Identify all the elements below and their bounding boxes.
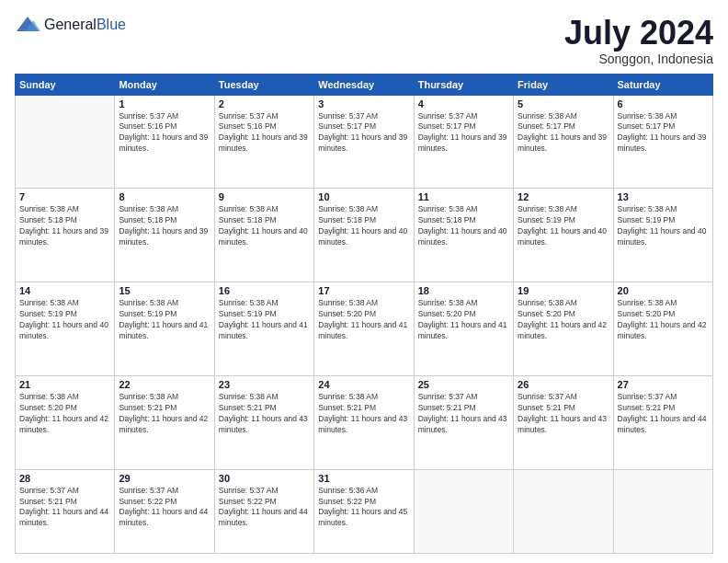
calendar-cell <box>16 95 115 189</box>
day-number: 25 <box>418 379 509 390</box>
day-number: 1 <box>119 98 210 109</box>
day-number: 23 <box>219 379 310 390</box>
header: GeneralBlue July 2024 Songgon, Indonesia <box>15 15 713 66</box>
calendar-cell: 30Sunrise: 5:37 AM Sunset: 5:22 PM Dayli… <box>214 469 313 553</box>
day-number: 18 <box>418 285 509 296</box>
calendar-cell: 24Sunrise: 5:38 AM Sunset: 5:21 PM Dayli… <box>314 375 414 469</box>
day-info: Sunrise: 5:36 AM Sunset: 5:22 PM Dayligh… <box>318 486 409 530</box>
day-number: 7 <box>19 191 110 202</box>
day-number: 21 <box>19 379 110 390</box>
calendar-week-4: 28Sunrise: 5:37 AM Sunset: 5:21 PM Dayli… <box>16 469 713 553</box>
day-number: 5 <box>518 98 609 109</box>
day-number: 12 <box>518 191 609 202</box>
header-friday: Friday <box>514 74 613 95</box>
header-wednesday: Wednesday <box>314 74 414 95</box>
day-number: 29 <box>119 473 210 484</box>
day-info: Sunrise: 5:38 AM Sunset: 5:18 PM Dayligh… <box>219 204 310 248</box>
day-number: 17 <box>318 285 409 296</box>
day-number: 26 <box>518 379 609 390</box>
calendar-cell: 21Sunrise: 5:38 AM Sunset: 5:20 PM Dayli… <box>16 375 115 469</box>
calendar-cell: 31Sunrise: 5:36 AM Sunset: 5:22 PM Dayli… <box>314 469 414 553</box>
day-number: 16 <box>219 285 310 296</box>
calendar: Sunday Monday Tuesday Wednesday Thursday… <box>15 74 713 554</box>
day-info: Sunrise: 5:38 AM Sunset: 5:21 PM Dayligh… <box>318 392 409 436</box>
day-number: 14 <box>19 285 110 296</box>
calendar-cell <box>514 469 613 553</box>
calendar-week-0: 1Sunrise: 5:37 AM Sunset: 5:16 PM Daylig… <box>16 95 713 189</box>
header-sunday: Sunday <box>16 74 115 95</box>
day-number: 13 <box>618 191 709 202</box>
day-info: Sunrise: 5:37 AM Sunset: 5:21 PM Dayligh… <box>618 392 709 436</box>
day-info: Sunrise: 5:38 AM Sunset: 5:19 PM Dayligh… <box>119 298 210 342</box>
calendar-cell: 14Sunrise: 5:38 AM Sunset: 5:19 PM Dayli… <box>16 282 115 376</box>
day-info: Sunrise: 5:37 AM Sunset: 5:21 PM Dayligh… <box>518 392 609 436</box>
day-number: 22 <box>119 379 210 390</box>
calendar-cell: 4Sunrise: 5:37 AM Sunset: 5:17 PM Daylig… <box>414 95 513 189</box>
calendar-cell: 13Sunrise: 5:38 AM Sunset: 5:19 PM Dayli… <box>613 189 712 282</box>
day-number: 3 <box>318 98 409 109</box>
calendar-week-2: 14Sunrise: 5:38 AM Sunset: 5:19 PM Dayli… <box>16 282 713 376</box>
calendar-week-3: 21Sunrise: 5:38 AM Sunset: 5:20 PM Dayli… <box>16 375 713 469</box>
calendar-cell: 15Sunrise: 5:38 AM Sunset: 5:19 PM Dayli… <box>115 282 214 376</box>
calendar-cell: 7Sunrise: 5:38 AM Sunset: 5:18 PM Daylig… <box>16 189 115 282</box>
calendar-cell: 26Sunrise: 5:37 AM Sunset: 5:21 PM Dayli… <box>514 375 613 469</box>
day-number: 9 <box>219 191 310 202</box>
day-number: 10 <box>318 191 409 202</box>
calendar-cell: 25Sunrise: 5:37 AM Sunset: 5:21 PM Dayli… <box>414 375 513 469</box>
location: Songgon, Indonesia <box>564 52 713 66</box>
calendar-cell: 3Sunrise: 5:37 AM Sunset: 5:17 PM Daylig… <box>314 95 414 189</box>
day-info: Sunrise: 5:37 AM Sunset: 5:17 PM Dayligh… <box>318 111 409 155</box>
calendar-cell: 6Sunrise: 5:38 AM Sunset: 5:17 PM Daylig… <box>613 95 712 189</box>
calendar-cell: 20Sunrise: 5:38 AM Sunset: 5:20 PM Dayli… <box>613 282 712 376</box>
calendar-cell: 16Sunrise: 5:38 AM Sunset: 5:19 PM Dayli… <box>214 282 313 376</box>
day-number: 30 <box>219 473 310 484</box>
calendar-cell: 11Sunrise: 5:38 AM Sunset: 5:18 PM Dayli… <box>414 189 513 282</box>
calendar-cell <box>414 469 513 553</box>
day-info: Sunrise: 5:38 AM Sunset: 5:18 PM Dayligh… <box>19 204 110 248</box>
day-info: Sunrise: 5:38 AM Sunset: 5:19 PM Dayligh… <box>219 298 310 342</box>
calendar-week-1: 7Sunrise: 5:38 AM Sunset: 5:18 PM Daylig… <box>16 189 713 282</box>
page: GeneralBlue July 2024 Songgon, Indonesia… <box>0 0 728 563</box>
logo-text: GeneralBlue <box>44 17 126 33</box>
day-info: Sunrise: 5:38 AM Sunset: 5:21 PM Dayligh… <box>219 392 310 436</box>
day-number: 6 <box>618 98 709 109</box>
day-info: Sunrise: 5:38 AM Sunset: 5:18 PM Dayligh… <box>418 204 509 248</box>
logo-icon <box>15 15 40 35</box>
calendar-cell: 8Sunrise: 5:38 AM Sunset: 5:18 PM Daylig… <box>115 189 214 282</box>
calendar-cell: 2Sunrise: 5:37 AM Sunset: 5:16 PM Daylig… <box>214 95 313 189</box>
header-monday: Monday <box>115 74 214 95</box>
calendar-cell <box>613 469 712 553</box>
calendar-cell: 28Sunrise: 5:37 AM Sunset: 5:21 PM Dayli… <box>16 469 115 553</box>
day-info: Sunrise: 5:38 AM Sunset: 5:18 PM Dayligh… <box>119 204 210 248</box>
calendar-cell: 23Sunrise: 5:38 AM Sunset: 5:21 PM Dayli… <box>214 375 313 469</box>
day-info: Sunrise: 5:37 AM Sunset: 5:16 PM Dayligh… <box>219 111 310 155</box>
calendar-cell: 5Sunrise: 5:38 AM Sunset: 5:17 PM Daylig… <box>514 95 613 189</box>
day-number: 15 <box>119 285 210 296</box>
day-number: 28 <box>19 473 110 484</box>
day-info: Sunrise: 5:37 AM Sunset: 5:21 PM Dayligh… <box>418 392 509 436</box>
day-number: 4 <box>418 98 509 109</box>
day-info: Sunrise: 5:38 AM Sunset: 5:19 PM Dayligh… <box>518 204 609 248</box>
day-number: 11 <box>418 191 509 202</box>
weekday-header-row: Sunday Monday Tuesday Wednesday Thursday… <box>16 74 713 95</box>
day-info: Sunrise: 5:38 AM Sunset: 5:20 PM Dayligh… <box>318 298 409 342</box>
calendar-cell: 19Sunrise: 5:38 AM Sunset: 5:20 PM Dayli… <box>514 282 613 376</box>
day-info: Sunrise: 5:38 AM Sunset: 5:18 PM Dayligh… <box>318 204 409 248</box>
day-info: Sunrise: 5:38 AM Sunset: 5:20 PM Dayligh… <box>618 298 709 342</box>
day-info: Sunrise: 5:38 AM Sunset: 5:17 PM Dayligh… <box>618 111 709 155</box>
day-number: 2 <box>219 98 310 109</box>
day-number: 24 <box>318 379 409 390</box>
day-info: Sunrise: 5:38 AM Sunset: 5:19 PM Dayligh… <box>618 204 709 248</box>
title-block: July 2024 Songgon, Indonesia <box>564 15 713 66</box>
day-number: 20 <box>618 285 709 296</box>
day-info: Sunrise: 5:37 AM Sunset: 5:22 PM Dayligh… <box>119 486 210 530</box>
day-info: Sunrise: 5:38 AM Sunset: 5:21 PM Dayligh… <box>119 392 210 436</box>
calendar-cell: 17Sunrise: 5:38 AM Sunset: 5:20 PM Dayli… <box>314 282 414 376</box>
logo-general: General <box>44 17 97 32</box>
calendar-cell: 12Sunrise: 5:38 AM Sunset: 5:19 PM Dayli… <box>514 189 613 282</box>
day-number: 8 <box>119 191 210 202</box>
calendar-cell: 22Sunrise: 5:38 AM Sunset: 5:21 PM Dayli… <box>115 375 214 469</box>
calendar-cell: 27Sunrise: 5:37 AM Sunset: 5:21 PM Dayli… <box>613 375 712 469</box>
day-number: 27 <box>618 379 709 390</box>
day-info: Sunrise: 5:37 AM Sunset: 5:17 PM Dayligh… <box>418 111 509 155</box>
